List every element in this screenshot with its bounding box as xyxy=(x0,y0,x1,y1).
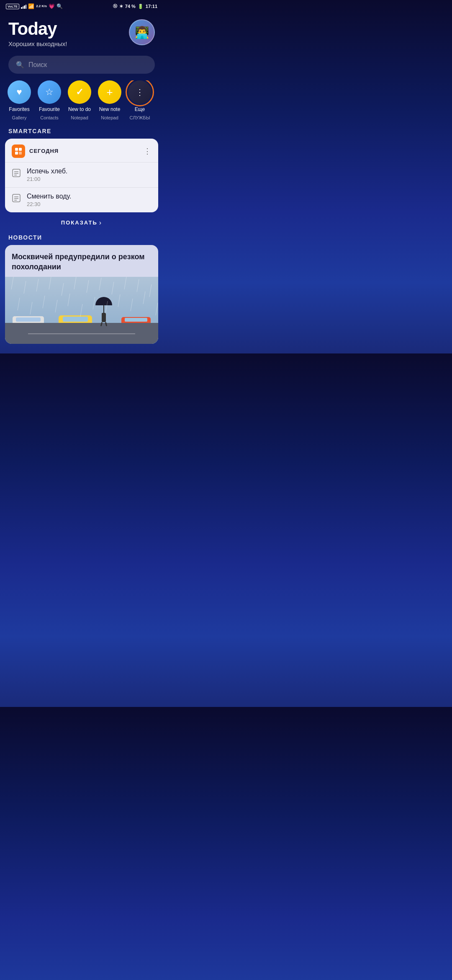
svg-rect-2 xyxy=(15,152,18,155)
task-name: Сменить воду. xyxy=(27,193,71,200)
task-item[interactable]: Сменить воду. 22:30 xyxy=(5,187,158,212)
smartcare-section-title: SMARTCARE xyxy=(0,120,163,139)
clock: 17:11 xyxy=(146,4,157,9)
header-section: Today Хороших выходных! 👨‍💻 xyxy=(0,11,163,52)
svg-line-31 xyxy=(105,301,108,314)
search-status-icon: 🔍 xyxy=(56,3,63,9)
task-time: 21:00 xyxy=(27,176,67,182)
svg-line-17 xyxy=(74,277,76,289)
bluetooth-icon: ✶ xyxy=(119,4,123,9)
svg-line-29 xyxy=(80,304,82,317)
wifi-icon: 📶 xyxy=(28,3,34,9)
smartcare-card-header: СЕГОДНЯ ⋮ xyxy=(5,139,158,162)
svg-line-15 xyxy=(49,277,51,289)
check-icon: ✓ xyxy=(76,87,83,98)
status-bar: VoLTE 📶 2.2 K/s 💗 🔍 Ⓝ ✶ 74 % 🔋 17:11 xyxy=(0,0,163,11)
more-sublabel: СЛУЖБЫ xyxy=(130,115,150,120)
task-list-icon xyxy=(12,168,22,180)
favourite-label: Favourite xyxy=(39,106,60,112)
svg-line-24 xyxy=(18,298,20,310)
show-more-arrow: › xyxy=(99,219,102,227)
smartcare-header-left: СЕГОДНЯ xyxy=(12,144,59,158)
status-right: Ⓝ ✶ 74 % 🔋 17:11 xyxy=(113,3,157,9)
show-more-button[interactable]: ПОКАЗАТЬ › xyxy=(0,212,163,232)
svg-line-27 xyxy=(55,300,57,312)
svg-line-22 xyxy=(137,279,139,292)
news-card[interactable]: Москвичей предупредили о резком похолода… xyxy=(5,245,158,344)
task-time: 22:30 xyxy=(27,201,71,207)
svg-rect-4 xyxy=(13,169,20,177)
new-todo-sublabel: Notepad xyxy=(71,115,88,120)
smartcare-card: СЕГОДНЯ ⋮ Испечь хлеб. 21:00 xyxy=(5,139,158,212)
news-image xyxy=(5,277,158,344)
signal-strength xyxy=(21,4,26,9)
task-name: Испечь хлеб. xyxy=(27,168,67,175)
search-input[interactable]: Поиск xyxy=(28,61,47,69)
svg-rect-1 xyxy=(19,148,22,151)
show-more-label: ПОКАЗАТЬ xyxy=(61,219,98,226)
plus-icon: + xyxy=(106,86,113,99)
svg-line-25 xyxy=(30,302,32,315)
svg-line-12 xyxy=(11,277,13,289)
quick-action-more[interactable]: ⋮ Еще СЛУЖБЫ xyxy=(126,80,154,120)
task-list-icon xyxy=(12,193,22,205)
more-label: Еще xyxy=(135,106,145,112)
svg-line-18 xyxy=(87,280,89,293)
new-todo-label: New to do xyxy=(68,106,91,112)
smartcare-menu-button[interactable]: ⋮ xyxy=(144,147,152,156)
news-scene xyxy=(5,277,158,344)
svg-rect-3 xyxy=(19,152,22,155)
svg-line-35 xyxy=(156,303,158,315)
news-section-title: НОВОСТИ xyxy=(0,232,163,245)
avatar-image: 👨‍💻 xyxy=(135,26,149,39)
more-circle-ring-highlight xyxy=(126,80,154,106)
favourite-contacts-icon-circle: ☆ xyxy=(38,80,61,104)
favorites-label: Favorites xyxy=(9,106,29,112)
svg-line-28 xyxy=(68,294,70,306)
svg-line-32 xyxy=(118,294,120,307)
task-content: Сменить воду. 22:30 xyxy=(27,193,71,207)
svg-line-33 xyxy=(131,299,133,311)
svg-line-20 xyxy=(112,282,114,294)
battery-percent: 74 % xyxy=(125,4,136,9)
nfc-icon: Ⓝ xyxy=(113,3,117,9)
signal-bar-4 xyxy=(26,5,27,9)
header-greeting: Хороших выходных! xyxy=(8,40,67,47)
rain-overlay xyxy=(5,277,158,344)
signal-bar-2 xyxy=(23,6,24,9)
more-icon-circle: ⋮ xyxy=(128,80,152,104)
new-todo-icon-circle: ✓ xyxy=(68,80,91,104)
signal-bar-1 xyxy=(21,7,22,9)
smartcare-icon xyxy=(12,144,25,158)
search-icon: 🔍 xyxy=(16,61,24,69)
new-note-sublabel: Notepad xyxy=(101,115,118,120)
svg-line-14 xyxy=(36,279,39,291)
svg-rect-0 xyxy=(15,148,18,151)
favorites-icon-circle: ♥ xyxy=(8,80,31,104)
svg-line-21 xyxy=(124,277,126,289)
svg-line-16 xyxy=(62,283,64,296)
signal-bar-3 xyxy=(24,5,25,9)
avatar[interactable]: 👨‍💻 xyxy=(129,19,155,45)
task-item[interactable]: Испечь хлеб. 21:00 xyxy=(5,162,158,187)
new-note-icon-circle: + xyxy=(98,80,121,104)
quick-action-new-todo[interactable]: ✓ New to do Notepad xyxy=(65,80,94,120)
svg-line-13 xyxy=(24,281,26,294)
network-speed: 2.2 K/s xyxy=(36,5,47,8)
favourite-sublabel: Contacts xyxy=(40,115,58,120)
svg-line-19 xyxy=(99,278,101,290)
quick-action-favourite-contacts[interactable]: ☆ Favourite Contacts xyxy=(35,80,64,120)
svg-rect-8 xyxy=(13,194,20,202)
battery-icon: 🔋 xyxy=(138,4,144,9)
favorites-sublabel: Gallery xyxy=(12,115,27,120)
quick-action-favorites[interactable]: ♥ Favorites Gallery xyxy=(5,80,33,120)
health-icon: 💗 xyxy=(49,3,55,9)
heart-icon: ♥ xyxy=(16,87,22,98)
search-bar[interactable]: 🔍 Поиск xyxy=(8,56,155,74)
header-text: Today Хороших выходных! xyxy=(8,19,67,47)
svg-line-30 xyxy=(93,297,95,309)
page-title: Today xyxy=(8,19,67,39)
quick-action-new-note[interactable]: + New note Notepad xyxy=(95,80,124,120)
volte-indicator: VoLTE xyxy=(6,4,19,9)
news-headline: Москвичей предупредили о резком похолода… xyxy=(5,245,158,277)
